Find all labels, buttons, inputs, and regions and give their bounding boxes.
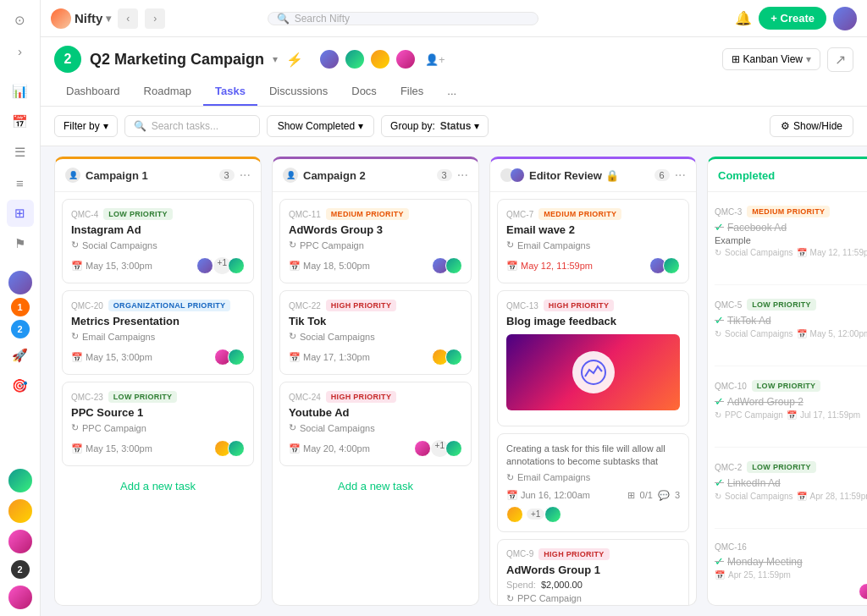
- filter-label: Filter by: [64, 120, 100, 132]
- sidebar-avatar-user4[interactable]: [8, 530, 32, 553]
- completed-meta: 📅 Apr 25, 11:59pm: [715, 570, 867, 580]
- task-search-input[interactable]: 🔍 Search tasks...: [124, 115, 260, 137]
- sidebar-icon-expand[interactable]: ›: [7, 37, 34, 64]
- tab-discussions[interactable]: Discussions: [257, 78, 340, 106]
- sidebar-avatar-user3[interactable]: [8, 499, 32, 523]
- nav-back[interactable]: ‹: [118, 8, 138, 29]
- task-category: Email Campaigns: [517, 240, 590, 250]
- main-content: Nifty ▾ ‹ › 🔍 Search Nifty 🔔 + Create 2 …: [41, 0, 867, 616]
- task-id: QMC-16: [715, 542, 867, 552]
- editor-body: QMC-7 MEDIUM PRIORITY Email wave 2 ↻ Ema…: [490, 192, 696, 605]
- tab-docs[interactable]: Docs: [340, 78, 389, 106]
- tab-more[interactable]: ...: [435, 78, 468, 106]
- sidebar: ⊙ › 📊 📅 ☰ ≡ ⊞ ⚑ 1 2 🚀 🎯 2: [0, 0, 41, 616]
- subtask-count: 0/1: [640, 490, 653, 500]
- task-card[interactable]: QMC-22 HIGH PRIORITY Tik Tok ↻ Social Ca…: [279, 290, 472, 375]
- completed-category: Social Campaigns: [725, 492, 793, 501]
- project-avatar-1: [318, 48, 340, 70]
- tab-tasks[interactable]: Tasks: [203, 78, 257, 106]
- add-member-icon[interactable]: 👤+: [425, 53, 445, 66]
- share-icon[interactable]: ↗: [827, 47, 853, 72]
- status-label: Status: [440, 120, 472, 132]
- sidebar-icon-list[interactable]: ☰: [7, 139, 34, 166]
- notification-icon[interactable]: 🔔: [735, 10, 752, 26]
- task-card[interactable]: QMC-11 MEDIUM PRIORITY AdWords Group 3 ↻…: [279, 199, 472, 283]
- show-completed-button[interactable]: Show Completed ▾: [267, 115, 374, 137]
- groupby-button[interactable]: Group by: Status ▾: [381, 115, 489, 137]
- sidebar-badge-number[interactable]: 2: [11, 560, 30, 579]
- task-id-text: QMC-9: [506, 549, 533, 558]
- completed-task[interactable]: QMC-3 MEDIUM PRIORITY ✓ Facebook Ad Exam…: [715, 199, 867, 285]
- sidebar-avatar-user1[interactable]: [8, 271, 32, 294]
- completed-task[interactable]: QMC-16 ✓ Monday Meeting 📅 Apr 25, 11:59p…: [715, 536, 867, 605]
- sidebar-badge-2[interactable]: 2: [11, 320, 30, 338]
- sidebar-icon-list2[interactable]: ≡: [7, 169, 34, 196]
- task-date: 📅 May 18, 5:00pm: [289, 261, 370, 272]
- task-priority: MEDIUM PRIORITY: [326, 208, 409, 220]
- category-icon: ↻: [506, 472, 514, 483]
- sidebar-icon-flag[interactable]: ⚑: [7, 230, 34, 257]
- task-date: 📅 May 15, 3:00pm: [71, 261, 152, 272]
- sidebar-icon-calendar[interactable]: 📅: [7, 108, 34, 135]
- task-id: QMC-4 LOW PRIORITY: [71, 208, 245, 220]
- task-card[interactable]: QMC-4 LOW PRIORITY Instagram Ad ↻ Social…: [62, 199, 254, 283]
- sidebar-badge-1[interactable]: 1: [11, 298, 30, 316]
- task-category: Social Campaigns: [300, 332, 375, 342]
- lightning-icon: ⚡: [286, 52, 303, 68]
- show-hide-button[interactable]: ⚙ Show/Hide: [770, 115, 853, 137]
- task-avatar: [663, 257, 680, 274]
- category-icon: ↻: [506, 593, 514, 604]
- date-icon: 📅: [787, 410, 797, 420]
- tab-dashboard[interactable]: Dashboard: [54, 78, 132, 106]
- app-container: ⊙ › 📊 📅 ☰ ≡ ⊞ ⚑ 1 2 🚀 🎯 2 Nifty ▾ ‹ ›: [0, 0, 867, 616]
- date-text: May 15, 3:00pm: [86, 443, 152, 454]
- date-icon: 📅: [797, 329, 807, 338]
- editor-more[interactable]: ···: [675, 168, 686, 183]
- tab-roadmap[interactable]: Roadmap: [132, 78, 203, 106]
- app-logo[interactable]: Nifty ▾: [51, 8, 111, 29]
- task-card[interactable]: QMC-23 LOW PRIORITY PPC Source 1 ↻ PPC C…: [62, 382, 254, 466]
- filter-button[interactable]: Filter by ▾: [54, 115, 118, 137]
- completed-task[interactable]: QMC-5 LOW PRIORITY ✓ TikTok Ad ↻ Social …: [715, 292, 867, 366]
- task-id: QMC-10 LOW PRIORITY: [715, 380, 867, 392]
- sidebar-icon-rocket[interactable]: 🚀: [7, 342, 34, 369]
- task-card[interactable]: QMC-7 MEDIUM PRIORITY Email wave 2 ↻ Ema…: [497, 199, 689, 283]
- completed-task[interactable]: QMC-10 LOW PRIORITY ✓ AdWord Group 2 ↻ P…: [715, 373, 867, 448]
- task-title: PPC Source 1: [71, 406, 245, 419]
- add-task-button[interactable]: Add a new task: [62, 473, 254, 499]
- task-card-annotation[interactable]: Creating a task for this file will allow…: [497, 433, 689, 532]
- completed-task[interactable]: QMC-2 LOW PRIORITY ✓ LinkedIn Ad ↻ Socia…: [715, 454, 867, 529]
- app-name: Nifty: [75, 11, 102, 25]
- campaign1-body: QMC-4 LOW PRIORITY Instagram Ad ↻ Social…: [55, 192, 261, 605]
- nav-forward[interactable]: ›: [145, 8, 165, 29]
- sidebar-icon-target[interactable]: 🎯: [7, 372, 34, 399]
- category-icon: ↻: [71, 331, 79, 342]
- user-avatar[interactable]: [833, 7, 857, 30]
- task-id: QMC-20 ORGANIZATIONAL PRIORITY: [71, 300, 245, 311]
- create-button[interactable]: + Create: [759, 7, 826, 30]
- project-title[interactable]: Q2 Marketing Campaign: [90, 51, 264, 69]
- campaign2-more[interactable]: ···: [457, 168, 468, 183]
- completed-category: PPC Campaign: [725, 410, 783, 420]
- sidebar-icon-home[interactable]: ⊙: [7, 7, 34, 34]
- date-icon: 📅: [289, 443, 301, 454]
- sidebar-avatar-user2[interactable]: [8, 469, 32, 492]
- sidebar-icon-tasks[interactable]: ⊞: [7, 200, 34, 227]
- task-avatars: [432, 257, 462, 274]
- task-card[interactable]: QMC-20 ORGANIZATIONAL PRIORITY Metrics P…: [62, 290, 254, 375]
- task-card[interactable]: QMC-24 HIGH PRIORITY Youtube Ad ↻ Social…: [279, 382, 472, 466]
- global-search[interactable]: 🔍 Search Nifty: [268, 12, 538, 25]
- task-card[interactable]: QMC-9 HIGH PRIORITY AdWords Group 1 Spen…: [497, 539, 689, 605]
- tab-files[interactable]: Files: [389, 78, 435, 106]
- add-task-button[interactable]: Add a new task: [279, 473, 472, 499]
- sidebar-icon-chart[interactable]: 📊: [7, 78, 34, 105]
- project-avatar-2: [344, 48, 366, 70]
- task-priority: LOW PRIORITY: [103, 208, 173, 220]
- task-card[interactable]: QMC-13 HIGH PRIORITY Blog image feedback: [497, 290, 689, 426]
- kanban-view-button[interactable]: ⊞ Kanban View ▾: [722, 48, 821, 70]
- task-meta: ↻ PPC Campaign: [506, 593, 680, 604]
- project-avatar-4: [395, 48, 417, 70]
- sidebar-avatar-current[interactable]: [8, 586, 32, 609]
- campaign1-more[interactable]: ···: [240, 168, 251, 183]
- completed-avatars: [715, 504, 867, 521]
